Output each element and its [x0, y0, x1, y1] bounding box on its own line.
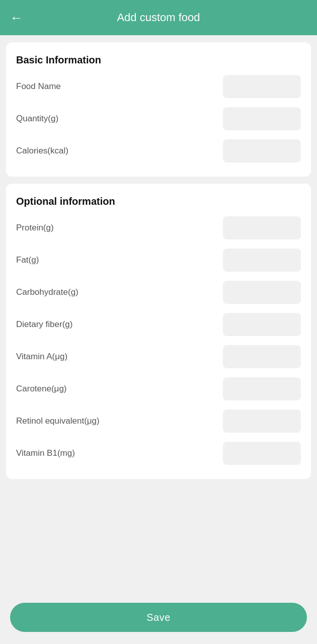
food-name-label: Food Name	[16, 82, 223, 92]
vitamin-b1-row: Vitamin B1(mg)	[16, 442, 301, 465]
carotene-input[interactable]	[223, 377, 301, 400]
calories-label: Calories(kcal)	[16, 146, 223, 156]
vitamin-b1-label: Vitamin B1(mg)	[16, 448, 223, 458]
basic-information-card: Basic Information Food Name Quantity(g) …	[6, 42, 311, 177]
fat-row: Fat(g)	[16, 249, 301, 272]
page-title: Add custom food	[33, 11, 284, 24]
quantity-input[interactable]	[223, 107, 301, 130]
save-button[interactable]: Save	[10, 603, 307, 632]
header: ← Add custom food	[0, 0, 317, 35]
retinol-equivalent-input[interactable]	[223, 410, 301, 433]
food-name-row: Food Name	[16, 75, 301, 98]
back-button[interactable]: ←	[10, 11, 23, 24]
dietary-fiber-input[interactable]	[223, 313, 301, 336]
protein-label: Protein(g)	[16, 223, 223, 233]
vitamin-b1-input[interactable]	[223, 442, 301, 465]
retinol-equivalent-row: Retinol equivalent(μg)	[16, 410, 301, 433]
protein-row: Protein(g)	[16, 216, 301, 239]
carotene-label: Carotene(μg)	[16, 384, 223, 394]
optional-information-title: Optional information	[16, 196, 301, 207]
vitamin-a-row: Vitamin A(μg)	[16, 345, 301, 368]
retinol-equivalent-label: Retinol equivalent(μg)	[16, 416, 223, 426]
calories-row: Calories(kcal)	[16, 139, 301, 163]
carotene-row: Carotene(μg)	[16, 377, 301, 400]
vitamin-a-label: Vitamin A(μg)	[16, 352, 223, 362]
calories-input[interactable]	[223, 139, 301, 163]
quantity-label: Quantity(g)	[16, 114, 223, 124]
protein-input[interactable]	[223, 216, 301, 239]
food-name-input[interactable]	[223, 75, 301, 98]
fat-input[interactable]	[223, 249, 301, 272]
fat-label: Fat(g)	[16, 255, 223, 265]
carbohydrate-label: Carbohydrate(g)	[16, 287, 223, 297]
quantity-row: Quantity(g)	[16, 107, 301, 130]
vitamin-a-input[interactable]	[223, 345, 301, 368]
dietary-fiber-label: Dietary fiber(g)	[16, 319, 223, 330]
carbohydrate-input[interactable]	[223, 281, 301, 304]
scroll-content: Basic Information Food Name Quantity(g) …	[0, 35, 317, 644]
basic-information-title: Basic Information	[16, 54, 301, 66]
dietary-fiber-row: Dietary fiber(g)	[16, 313, 301, 336]
save-bar: Save	[0, 595, 317, 644]
carbohydrate-row: Carbohydrate(g)	[16, 281, 301, 304]
optional-information-card: Optional information Protein(g) Fat(g) C…	[6, 184, 311, 479]
